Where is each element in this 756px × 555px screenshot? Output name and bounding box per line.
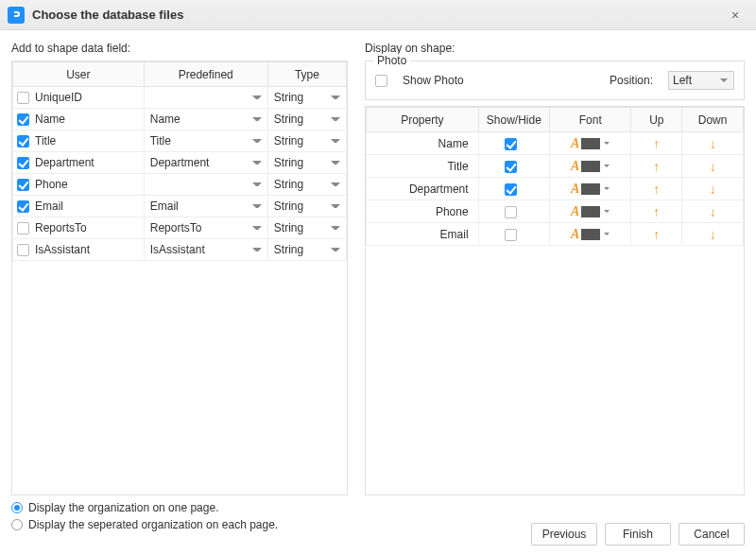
field-checkbox[interactable] (17, 92, 29, 104)
type-value: String (272, 113, 303, 126)
display-table: Property Show/Hide Font Up Down NameA↑↓T… (366, 107, 744, 246)
table-row: IsAssistantIsAssistantString (13, 239, 347, 261)
color-swatch (581, 206, 600, 217)
predefined-value: IsAssistant (148, 243, 205, 256)
move-up-icon[interactable]: ↑ (653, 136, 660, 151)
type-select[interactable]: String (272, 130, 342, 151)
font-picker[interactable]: A (571, 204, 610, 219)
field-checkbox[interactable] (17, 222, 29, 234)
type-select[interactable]: String (272, 174, 342, 195)
field-checkbox[interactable] (17, 113, 29, 126)
field-checkbox[interactable] (17, 179, 29, 191)
cancel-button[interactable]: Cancel (679, 523, 745, 546)
move-up-icon[interactable]: ↑ (653, 182, 660, 197)
show-hide-checkbox[interactable] (505, 161, 517, 173)
position-select[interactable]: Left (668, 71, 734, 90)
predefined-value: Title (148, 134, 171, 147)
chevron-down-icon (331, 182, 340, 186)
show-hide-checkbox[interactable] (505, 183, 517, 196)
move-up-icon[interactable]: ↑ (653, 227, 660, 242)
font-picker[interactable]: A (571, 159, 610, 174)
col-down: Down (682, 108, 744, 132)
move-down-icon[interactable]: ↓ (710, 159, 716, 174)
type-select[interactable]: String (272, 152, 342, 173)
color-swatch (581, 161, 600, 172)
chevron-down-icon (331, 204, 340, 208)
field-checkbox[interactable] (17, 244, 29, 256)
show-photo-label: Show Photo (403, 74, 464, 87)
chevron-down-icon (604, 165, 610, 167)
table-row: EmailA↑↓ (367, 223, 744, 246)
property-cell: Email (367, 223, 479, 246)
chevron-down-icon (604, 233, 610, 235)
chevron-down-icon (331, 95, 340, 99)
show-photo-checkbox[interactable] (375, 75, 387, 87)
type-select[interactable]: String (272, 239, 342, 260)
type-value: String (272, 243, 303, 256)
show-hide-checkbox[interactable] (505, 229, 517, 241)
radio-separated[interactable] (11, 519, 23, 530)
property-cell: Phone (367, 200, 479, 223)
move-down-icon[interactable]: ↓ (710, 182, 716, 197)
show-hide-checkbox[interactable] (505, 138, 517, 150)
field-checkbox[interactable] (17, 157, 29, 169)
field-checkbox[interactable] (17, 200, 29, 213)
col-up: Up (631, 108, 682, 132)
move-up-icon[interactable]: ↑ (653, 204, 660, 219)
field-checkbox[interactable] (17, 135, 29, 147)
type-select[interactable]: String (272, 196, 342, 217)
font-icon: A (571, 227, 579, 242)
user-field: Title (35, 134, 56, 147)
footer-buttons: Previous Finish Cancel (531, 523, 745, 546)
previous-button[interactable]: Previous (531, 523, 597, 546)
type-value: String (272, 178, 303, 191)
move-up-icon[interactable]: ↑ (653, 159, 660, 174)
table-row: NameA↑↓ (367, 132, 744, 155)
predefined-select[interactable]: ReportsTo (148, 217, 264, 238)
app-icon (8, 7, 25, 24)
font-icon: A (571, 182, 579, 197)
type-value: String (272, 91, 303, 104)
col-user: User (13, 62, 145, 87)
predefined-select[interactable]: Email (148, 196, 264, 217)
font-picker[interactable]: A (571, 182, 610, 197)
title-bar: Choose the database files × (0, 0, 756, 30)
user-field: Email (35, 199, 63, 213)
chevron-down-icon (331, 226, 340, 230)
predefined-select[interactable] (148, 174, 264, 195)
predefined-value: ReportsTo (148, 221, 202, 234)
type-value: String (272, 134, 303, 147)
position-label: Position: (610, 74, 653, 87)
font-icon: A (571, 136, 579, 151)
photo-fieldset: Photo Show Photo Position: Left (365, 61, 745, 100)
predefined-select[interactable]: Title (148, 130, 264, 151)
property-cell: Title (367, 155, 479, 178)
type-select[interactable]: String (272, 109, 342, 130)
predefined-select[interactable]: IsAssistant (148, 239, 264, 260)
chevron-down-icon (331, 161, 340, 165)
photo-legend: Photo (373, 54, 410, 67)
font-picker[interactable]: A (571, 227, 610, 242)
chevron-down-icon (604, 187, 610, 190)
radio-one-page[interactable] (11, 502, 23, 513)
move-down-icon[interactable]: ↓ (710, 204, 716, 219)
predefined-select[interactable]: Department (148, 152, 264, 173)
predefined-select[interactable] (148, 87, 264, 108)
font-icon: A (571, 204, 579, 219)
finish-button[interactable]: Finish (605, 523, 671, 546)
property-cell: Department (367, 178, 479, 200)
close-icon[interactable]: × (722, 8, 748, 23)
type-value: String (272, 156, 303, 169)
predefined-select[interactable]: Name (148, 109, 264, 130)
type-select[interactable]: String (272, 217, 342, 238)
table-row: UniqueIDString (13, 87, 347, 109)
left-panel: User Predefined Type UniqueIDStringNameN… (11, 61, 348, 495)
dialog-title: Choose the database files (32, 8, 722, 22)
move-down-icon[interactable]: ↓ (710, 227, 716, 242)
show-hide-checkbox[interactable] (505, 206, 517, 218)
font-picker[interactable]: A (571, 136, 610, 151)
move-down-icon[interactable]: ↓ (710, 136, 716, 151)
user-field: ReportsTo (35, 221, 87, 234)
table-row: ReportsToReportsToString (13, 217, 347, 239)
type-select[interactable]: String (272, 87, 342, 108)
